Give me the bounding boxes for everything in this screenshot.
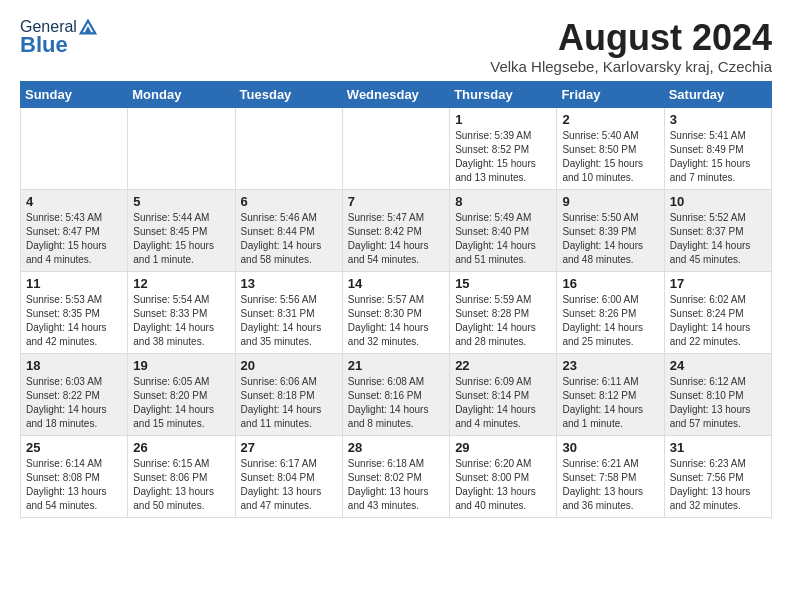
calendar-body: 1Sunrise: 5:39 AM Sunset: 8:52 PM Daylig…	[21, 107, 772, 517]
calendar-empty-cell	[342, 107, 449, 189]
day-info: Sunrise: 6:00 AM Sunset: 8:26 PM Dayligh…	[562, 293, 658, 349]
logo-blue-text: Blue	[20, 32, 68, 58]
weekday-header-sunday: Sunday	[21, 81, 128, 107]
day-number: 27	[241, 440, 337, 455]
weekday-header-row: SundayMondayTuesdayWednesdayThursdayFrid…	[21, 81, 772, 107]
day-info: Sunrise: 5:47 AM Sunset: 8:42 PM Dayligh…	[348, 211, 444, 267]
calendar-empty-cell	[235, 107, 342, 189]
weekday-header-tuesday: Tuesday	[235, 81, 342, 107]
logo-icon	[79, 18, 97, 36]
calendar-empty-cell	[21, 107, 128, 189]
day-number: 25	[26, 440, 122, 455]
calendar-day-7: 7Sunrise: 5:47 AM Sunset: 8:42 PM Daylig…	[342, 189, 449, 271]
day-info: Sunrise: 5:52 AM Sunset: 8:37 PM Dayligh…	[670, 211, 766, 267]
day-number: 10	[670, 194, 766, 209]
calendar-day-8: 8Sunrise: 5:49 AM Sunset: 8:40 PM Daylig…	[450, 189, 557, 271]
calendar-day-14: 14Sunrise: 5:57 AM Sunset: 8:30 PM Dayli…	[342, 271, 449, 353]
weekday-header-saturday: Saturday	[664, 81, 771, 107]
day-info: Sunrise: 5:43 AM Sunset: 8:47 PM Dayligh…	[26, 211, 122, 267]
day-number: 13	[241, 276, 337, 291]
day-info: Sunrise: 6:18 AM Sunset: 8:02 PM Dayligh…	[348, 457, 444, 513]
calendar-day-29: 29Sunrise: 6:20 AM Sunset: 8:00 PM Dayli…	[450, 435, 557, 517]
day-number: 3	[670, 112, 766, 127]
day-number: 19	[133, 358, 229, 373]
calendar-day-23: 23Sunrise: 6:11 AM Sunset: 8:12 PM Dayli…	[557, 353, 664, 435]
calendar-day-21: 21Sunrise: 6:08 AM Sunset: 8:16 PM Dayli…	[342, 353, 449, 435]
day-number: 16	[562, 276, 658, 291]
day-info: Sunrise: 6:21 AM Sunset: 7:58 PM Dayligh…	[562, 457, 658, 513]
day-info: Sunrise: 6:12 AM Sunset: 8:10 PM Dayligh…	[670, 375, 766, 431]
day-info: Sunrise: 6:05 AM Sunset: 8:20 PM Dayligh…	[133, 375, 229, 431]
day-info: Sunrise: 6:20 AM Sunset: 8:00 PM Dayligh…	[455, 457, 551, 513]
calendar-week-row: 25Sunrise: 6:14 AM Sunset: 8:08 PM Dayli…	[21, 435, 772, 517]
page: General Blue August 2024 Velka Hlegsebe,…	[0, 0, 792, 536]
day-info: Sunrise: 6:08 AM Sunset: 8:16 PM Dayligh…	[348, 375, 444, 431]
day-number: 6	[241, 194, 337, 209]
calendar-day-3: 3Sunrise: 5:41 AM Sunset: 8:49 PM Daylig…	[664, 107, 771, 189]
day-info: Sunrise: 6:09 AM Sunset: 8:14 PM Dayligh…	[455, 375, 551, 431]
calendar-day-9: 9Sunrise: 5:50 AM Sunset: 8:39 PM Daylig…	[557, 189, 664, 271]
calendar-day-25: 25Sunrise: 6:14 AM Sunset: 8:08 PM Dayli…	[21, 435, 128, 517]
day-number: 18	[26, 358, 122, 373]
day-number: 12	[133, 276, 229, 291]
calendar-week-row: 1Sunrise: 5:39 AM Sunset: 8:52 PM Daylig…	[21, 107, 772, 189]
day-number: 23	[562, 358, 658, 373]
calendar-day-17: 17Sunrise: 6:02 AM Sunset: 8:24 PM Dayli…	[664, 271, 771, 353]
day-info: Sunrise: 6:11 AM Sunset: 8:12 PM Dayligh…	[562, 375, 658, 431]
calendar-day-30: 30Sunrise: 6:21 AM Sunset: 7:58 PM Dayli…	[557, 435, 664, 517]
day-info: Sunrise: 5:57 AM Sunset: 8:30 PM Dayligh…	[348, 293, 444, 349]
page-title: August 2024	[490, 18, 772, 58]
calendar-day-13: 13Sunrise: 5:56 AM Sunset: 8:31 PM Dayli…	[235, 271, 342, 353]
day-info: Sunrise: 6:17 AM Sunset: 8:04 PM Dayligh…	[241, 457, 337, 513]
day-info: Sunrise: 6:23 AM Sunset: 7:56 PM Dayligh…	[670, 457, 766, 513]
calendar-day-5: 5Sunrise: 5:44 AM Sunset: 8:45 PM Daylig…	[128, 189, 235, 271]
calendar-empty-cell	[128, 107, 235, 189]
day-info: Sunrise: 5:56 AM Sunset: 8:31 PM Dayligh…	[241, 293, 337, 349]
day-info: Sunrise: 5:40 AM Sunset: 8:50 PM Dayligh…	[562, 129, 658, 185]
logo: General Blue	[20, 18, 99, 58]
calendar-table: SundayMondayTuesdayWednesdayThursdayFrid…	[20, 81, 772, 518]
header: General Blue August 2024 Velka Hlegsebe,…	[20, 18, 772, 75]
day-number: 26	[133, 440, 229, 455]
day-info: Sunrise: 5:44 AM Sunset: 8:45 PM Dayligh…	[133, 211, 229, 267]
weekday-header-thursday: Thursday	[450, 81, 557, 107]
calendar-day-27: 27Sunrise: 6:17 AM Sunset: 8:04 PM Dayli…	[235, 435, 342, 517]
weekday-header-wednesday: Wednesday	[342, 81, 449, 107]
calendar-day-12: 12Sunrise: 5:54 AM Sunset: 8:33 PM Dayli…	[128, 271, 235, 353]
calendar-day-1: 1Sunrise: 5:39 AM Sunset: 8:52 PM Daylig…	[450, 107, 557, 189]
day-number: 29	[455, 440, 551, 455]
calendar-day-31: 31Sunrise: 6:23 AM Sunset: 7:56 PM Dayli…	[664, 435, 771, 517]
calendar-day-4: 4Sunrise: 5:43 AM Sunset: 8:47 PM Daylig…	[21, 189, 128, 271]
calendar-day-15: 15Sunrise: 5:59 AM Sunset: 8:28 PM Dayli…	[450, 271, 557, 353]
day-number: 14	[348, 276, 444, 291]
calendar-week-row: 18Sunrise: 6:03 AM Sunset: 8:22 PM Dayli…	[21, 353, 772, 435]
day-number: 22	[455, 358, 551, 373]
day-number: 31	[670, 440, 766, 455]
day-number: 2	[562, 112, 658, 127]
day-number: 24	[670, 358, 766, 373]
calendar-day-2: 2Sunrise: 5:40 AM Sunset: 8:50 PM Daylig…	[557, 107, 664, 189]
day-info: Sunrise: 6:06 AM Sunset: 8:18 PM Dayligh…	[241, 375, 337, 431]
calendar-day-6: 6Sunrise: 5:46 AM Sunset: 8:44 PM Daylig…	[235, 189, 342, 271]
calendar-day-18: 18Sunrise: 6:03 AM Sunset: 8:22 PM Dayli…	[21, 353, 128, 435]
page-subtitle: Velka Hlegsebe, Karlovarsky kraj, Czechi…	[490, 58, 772, 75]
day-number: 7	[348, 194, 444, 209]
day-number: 30	[562, 440, 658, 455]
day-number: 15	[455, 276, 551, 291]
calendar-week-row: 11Sunrise: 5:53 AM Sunset: 8:35 PM Dayli…	[21, 271, 772, 353]
day-number: 21	[348, 358, 444, 373]
day-info: Sunrise: 5:46 AM Sunset: 8:44 PM Dayligh…	[241, 211, 337, 267]
calendar-day-10: 10Sunrise: 5:52 AM Sunset: 8:37 PM Dayli…	[664, 189, 771, 271]
day-number: 17	[670, 276, 766, 291]
calendar-header: SundayMondayTuesdayWednesdayThursdayFrid…	[21, 81, 772, 107]
day-info: Sunrise: 5:54 AM Sunset: 8:33 PM Dayligh…	[133, 293, 229, 349]
day-info: Sunrise: 5:50 AM Sunset: 8:39 PM Dayligh…	[562, 211, 658, 267]
calendar-day-20: 20Sunrise: 6:06 AM Sunset: 8:18 PM Dayli…	[235, 353, 342, 435]
day-number: 20	[241, 358, 337, 373]
day-info: Sunrise: 5:41 AM Sunset: 8:49 PM Dayligh…	[670, 129, 766, 185]
day-info: Sunrise: 5:59 AM Sunset: 8:28 PM Dayligh…	[455, 293, 551, 349]
day-number: 9	[562, 194, 658, 209]
calendar-day-19: 19Sunrise: 6:05 AM Sunset: 8:20 PM Dayli…	[128, 353, 235, 435]
calendar-day-24: 24Sunrise: 6:12 AM Sunset: 8:10 PM Dayli…	[664, 353, 771, 435]
weekday-header-monday: Monday	[128, 81, 235, 107]
